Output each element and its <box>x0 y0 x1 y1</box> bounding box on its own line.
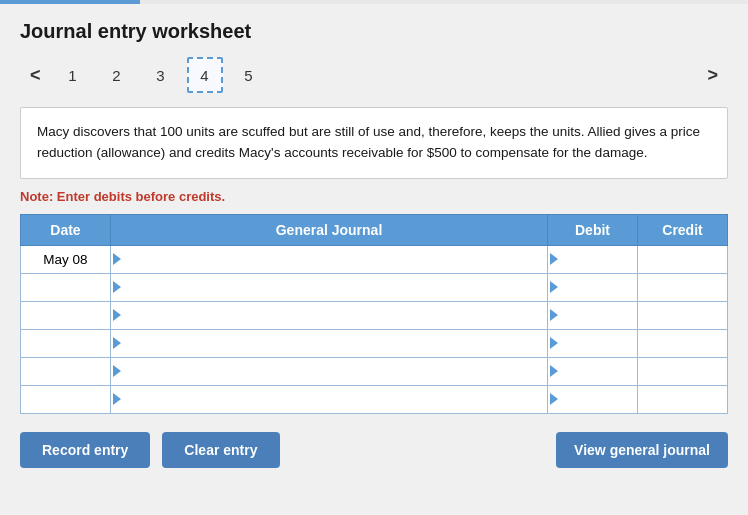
pagination: < 1 2 3 4 5 > <box>20 57 728 93</box>
date-cell-1: May 08 <box>21 245 111 273</box>
gj-input-2[interactable] <box>111 274 547 301</box>
page-3[interactable]: 3 <box>143 57 179 93</box>
credit-input-2[interactable] <box>638 274 727 301</box>
gj-input-3[interactable] <box>111 302 547 329</box>
gj-input-4[interactable] <box>111 330 547 357</box>
debit-input-3[interactable] <box>548 302 637 329</box>
date-cell-3 <box>21 301 111 329</box>
clear-entry-button[interactable]: Clear entry <box>162 432 279 468</box>
debit-cell-1 <box>548 245 638 273</box>
page-1[interactable]: 1 <box>55 57 91 93</box>
debit-cell-3 <box>548 301 638 329</box>
gj-input-6[interactable] <box>111 386 547 413</box>
header-debit: Debit <box>548 214 638 245</box>
description-text: Macy discovers that 100 units are scuffe… <box>37 124 700 160</box>
table-row <box>21 385 728 413</box>
note-body: Enter debits before credits. <box>53 189 225 204</box>
main-container: Journal entry worksheet < 1 2 3 4 5 > Ma… <box>0 4 748 515</box>
page-4-active[interactable]: 4 <box>187 57 223 93</box>
page-2[interactable]: 2 <box>99 57 135 93</box>
credit-input-3[interactable] <box>638 302 727 329</box>
debit-input-6[interactable] <box>548 386 637 413</box>
note-text: Note: Enter debits before credits. <box>20 189 728 204</box>
date-cell-2 <box>21 273 111 301</box>
debit-indicator-1 <box>550 253 558 265</box>
debit-cell-4 <box>548 329 638 357</box>
gj-cell-2 <box>111 273 548 301</box>
debit-input-1[interactable] <box>548 246 637 273</box>
prev-page-button[interactable]: < <box>20 61 51 90</box>
date-cell-6 <box>21 385 111 413</box>
header-date: Date <box>21 214 111 245</box>
row-indicator-3 <box>113 309 121 321</box>
row-indicator-1 <box>113 253 121 265</box>
debit-input-4[interactable] <box>548 330 637 357</box>
credit-cell-1 <box>638 245 728 273</box>
date-cell-4 <box>21 329 111 357</box>
table-row <box>21 273 728 301</box>
record-entry-button[interactable]: Record entry <box>20 432 150 468</box>
gj-cell-3 <box>111 301 548 329</box>
debit-indicator-6 <box>550 393 558 405</box>
table-row: May 08 <box>21 245 728 273</box>
gj-cell-4 <box>111 329 548 357</box>
credit-cell-2 <box>638 273 728 301</box>
note-label: Note: <box>20 189 53 204</box>
credit-input-6[interactable] <box>638 386 727 413</box>
journal-table: Date General Journal Debit Credit May 08 <box>20 214 728 414</box>
header-general-journal: General Journal <box>111 214 548 245</box>
table-row <box>21 329 728 357</box>
row-indicator-6 <box>113 393 121 405</box>
next-page-button[interactable]: > <box>697 61 728 90</box>
gj-cell-5 <box>111 357 548 385</box>
credit-cell-6 <box>638 385 728 413</box>
debit-cell-2 <box>548 273 638 301</box>
row-indicator-4 <box>113 337 121 349</box>
debit-indicator-2 <box>550 281 558 293</box>
debit-cell-5 <box>548 357 638 385</box>
debit-input-5[interactable] <box>548 358 637 385</box>
view-general-journal-button[interactable]: View general journal <box>556 432 728 468</box>
gj-input-5[interactable] <box>111 358 547 385</box>
credit-cell-3 <box>638 301 728 329</box>
table-header-row: Date General Journal Debit Credit <box>21 214 728 245</box>
page-title: Journal entry worksheet <box>20 20 728 43</box>
debit-indicator-5 <box>550 365 558 377</box>
debit-cell-6 <box>548 385 638 413</box>
row-indicator-5 <box>113 365 121 377</box>
credit-cell-5 <box>638 357 728 385</box>
debit-input-2[interactable] <box>548 274 637 301</box>
gj-input-1[interactable] <box>111 246 547 273</box>
credit-input-5[interactable] <box>638 358 727 385</box>
header-credit: Credit <box>638 214 728 245</box>
page-5[interactable]: 5 <box>231 57 267 93</box>
table-row <box>21 357 728 385</box>
gj-cell-6 <box>111 385 548 413</box>
gj-cell-1 <box>111 245 548 273</box>
table-row <box>21 301 728 329</box>
row-indicator-2 <box>113 281 121 293</box>
date-cell-5 <box>21 357 111 385</box>
description-box: Macy discovers that 100 units are scuffe… <box>20 107 728 179</box>
debit-indicator-3 <box>550 309 558 321</box>
credit-input-1[interactable] <box>638 246 727 273</box>
debit-indicator-4 <box>550 337 558 349</box>
credit-cell-4 <box>638 329 728 357</box>
credit-input-4[interactable] <box>638 330 727 357</box>
button-row: Record entry Clear entry View general jo… <box>20 432 728 468</box>
